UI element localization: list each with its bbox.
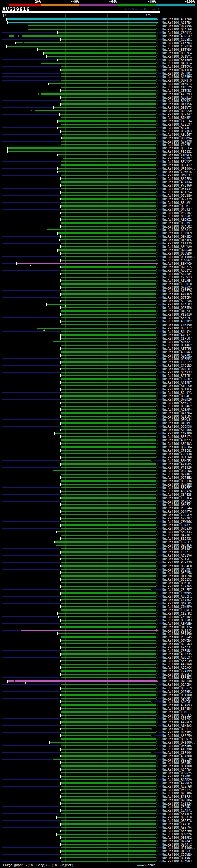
- hit-label[interactable]: UniRef100_Q45NI4: [162, 62, 192, 65]
- hit-label[interactable]: UniRef100_B5IIG0: [162, 456, 192, 459]
- hit-label[interactable]: UniRef100_Q04RT6: [162, 510, 192, 513]
- hit-label[interactable]: UniRef100_Q72RH7: [162, 473, 192, 476]
- hit-label[interactable]: UniRef100_B2UQ84: [162, 798, 192, 802]
- hit-label[interactable]: UniRef100_A6BZF1: [162, 595, 192, 598]
- hit-label[interactable]: UniRef100_B9D4L6: [162, 544, 192, 547]
- hit-label[interactable]: UniRef100_Q7Y096: [162, 24, 192, 28]
- hit-label[interactable]: UniRef100_B8GQD8: [162, 483, 192, 486]
- hit-label[interactable]: UniRef100_Q01987: [162, 547, 192, 551]
- hit-label[interactable]: UniRef100_A4J184: [162, 272, 192, 276]
- hit-label[interactable]: UniRef100_B9L5K3: [162, 642, 192, 646]
- hit-label[interactable]: UniRef100_B2TIR1: [162, 374, 192, 377]
- hit-label[interactable]: UniRef100_B6THR9: [162, 58, 192, 62]
- hit-label[interactable]: UniRef100_C9RU48: [162, 452, 192, 456]
- hit-label[interactable]: UniRef100_B0SC97: [162, 316, 192, 320]
- hit-label[interactable]: UniRef100_B4WI37: [162, 174, 192, 177]
- hit-label[interactable]: UniRef100_B7DSJ9: [162, 527, 192, 530]
- hit-label[interactable]: UniRef100_B7GH20: [162, 398, 192, 401]
- hit-label[interactable]: UniRef100_B1QZX7: [162, 309, 192, 313]
- hit-label[interactable]: UniRef100_B5LAV1: [162, 201, 192, 205]
- hit-label[interactable]: UniRef100_Q7NFH4: [162, 367, 192, 371]
- hit-label[interactable]: UniRef100_A7VWE9: [162, 781, 192, 785]
- hit-label[interactable]: UniRef100_Q2JL30: [162, 758, 192, 761]
- hit-label[interactable]: UniRef100_Q3AEQ2: [162, 225, 192, 228]
- hit-label[interactable]: UniRef100_C7NBP9: [162, 605, 192, 609]
- hit-label[interactable]: UniRef100_C3WM85: [162, 591, 192, 595]
- hit-label[interactable]: UniRef100_A7Z7B7: [162, 517, 192, 520]
- hit-label[interactable]: UniRef100_P12010: [162, 313, 192, 316]
- hit-label[interactable]: UniRef100_Q9FMT1: [162, 205, 192, 208]
- hit-label[interactable]: UniRef100_C6LEM7: [162, 588, 192, 591]
- hit-label[interactable]: UniRef100_B7FHQ1: [162, 72, 192, 75]
- hit-label[interactable]: UniRef100_Q6PY58: [162, 571, 192, 575]
- hit-label[interactable]: UniRef100_A2CAG6: [162, 666, 192, 670]
- hit-label[interactable]: UniRef100_UPI000..: [162, 741, 195, 744]
- hit-label[interactable]: UniRef100_B0A9M5: [162, 731, 192, 734]
- hit-label[interactable]: UniRef100_C1I929: [162, 242, 192, 245]
- hit-label[interactable]: UniRef100_C5D5L9: [162, 513, 192, 517]
- hit-label[interactable]: UniRef100_B5YEF7: [162, 486, 192, 490]
- hit-label[interactable]: UniRef100_B1J533: [162, 537, 192, 540]
- hit-label[interactable]: UniRef100_A7GXZ1: [162, 334, 192, 337]
- hit-label[interactable]: UniRef100_A4VKE9: [162, 720, 192, 724]
- hit-label[interactable]: UniRef100_A5IJL9: [162, 812, 192, 816]
- hit-label[interactable]: UniRef100_A8FFW4: [162, 768, 192, 771]
- hit-label[interactable]: UniRef100_B8I4G2: [162, 344, 192, 347]
- hit-label[interactable]: UniRef100_A9AZ31: [162, 646, 192, 649]
- hit-label[interactable]: UniRef100_A0YB00: [162, 754, 192, 758]
- hit-label[interactable]: UniRef100_A3IEM4: [162, 415, 192, 418]
- hit-label[interactable]: UniRef100_Q8RL84: [162, 445, 192, 449]
- hit-label[interactable]: UniRef100_A6TTR5: [162, 347, 192, 350]
- hit-label[interactable]: UniRef100_B1XJP6: [162, 238, 192, 242]
- hit-label[interactable]: UniRef100_Q3KF21: [162, 503, 192, 506]
- hit-label[interactable]: UniRef100_C7LW13: [162, 276, 192, 279]
- hit-label[interactable]: UniRef100_A7PYV3: [162, 92, 192, 96]
- hit-label[interactable]: UniRef100_C6RFL2: [162, 540, 192, 544]
- hit-label[interactable]: UniRef100_B4W324: [162, 99, 192, 102]
- hit-label[interactable]: UniRef100_A6QAZ6: [162, 490, 192, 493]
- hit-label[interactable]: UniRef100_P04173: [162, 788, 192, 792]
- hit-label[interactable]: UniRef100_A9KT81: [162, 700, 192, 704]
- hit-label[interactable]: UniRef100_UPI000..: [162, 693, 195, 697]
- hit-label[interactable]: UniRef100_Q2V379: [162, 197, 192, 201]
- hit-label[interactable]: UniRef100_A6Q2Y2: [162, 269, 192, 272]
- hit-label[interactable]: UniRef100_Q24XT2: [162, 843, 192, 846]
- hit-label[interactable]: UniRef100_Q30WD0: [162, 252, 192, 255]
- hit-label[interactable]: UniRef100_Q2SJD6: [162, 792, 192, 795]
- hit-label[interactable]: UniRef100_A5D4W3: [162, 442, 192, 445]
- hit-label[interactable]: UniRef100_A3IT54: [162, 191, 192, 194]
- hit-label[interactable]: UniRef100_C0N877: [162, 523, 192, 527]
- hit-label[interactable]: UniRef100_Q9SA14: [162, 228, 192, 231]
- hit-label[interactable]: UniRef100_Q4KF05: [162, 602, 192, 605]
- hit-label[interactable]: UniRef100_A8ETJ9: [162, 659, 192, 662]
- hit-label[interactable]: UniRef100_C5E3C4: [162, 496, 192, 500]
- hit-label[interactable]: UniRef100_Q8YXA2: [162, 113, 192, 116]
- hit-label[interactable]: UniRef100_Q5P1J6: [162, 479, 192, 483]
- hit-label[interactable]: UniRef100_C5AH71: [162, 809, 192, 812]
- hit-label[interactable]: UniRef100_Q88LE5: [162, 714, 192, 717]
- hit-label[interactable]: UniRef100_A5MZ73: [162, 438, 192, 442]
- hit-label[interactable]: UniRef100_C5UT22: [162, 361, 192, 364]
- hit-label[interactable]: UniRef100_P73960: [162, 184, 192, 187]
- hit-label[interactable]: UniRef100_A9RIX2: [162, 34, 192, 38]
- hit-label[interactable]: UniRef100_Q4C937: [162, 208, 192, 211]
- hit-label[interactable]: UniRef100_Q2JTN8: [162, 469, 192, 473]
- hit-label[interactable]: UniRef100_A8I7N4: [162, 21, 192, 24]
- hit-label[interactable]: UniRef100_A7NJG9: [162, 292, 192, 296]
- hit-label[interactable]: UniRef100_Q48K97: [162, 568, 192, 571]
- hit-label[interactable]: UniRef100_A4CUU6: [162, 428, 192, 432]
- hit-label[interactable]: UniRef100_Q5KWJ4: [162, 418, 192, 422]
- hit-label[interactable]: UniRef100_Q096Y5: [162, 771, 192, 775]
- hit-label[interactable]: UniRef100_B4X2H4: [162, 411, 192, 415]
- hit-label[interactable]: UniRef100_B8C2I2: [162, 327, 192, 330]
- hit-label[interactable]: UniRef100_A7TGM5: [162, 463, 192, 466]
- hit-label[interactable]: UniRef100_B0KF84: [162, 581, 192, 585]
- hit-label[interactable]: UniRef100_C8W662: [162, 259, 192, 262]
- hit-label[interactable]: UniRef100_C0UUN4: [162, 615, 192, 619]
- hit-label[interactable]: UniRef100_C6QKF3: [162, 609, 192, 612]
- hit-label[interactable]: UniRef100_A0RPQ1: [162, 354, 192, 357]
- hit-label[interactable]: UniRef100_C1SMM1: [162, 775, 192, 778]
- hit-label[interactable]: UniRef100_Q1G324: [162, 625, 192, 629]
- hit-label[interactable]: UniRef100_UPI000..: [162, 846, 195, 849]
- hit-label[interactable]: UniRef100_A1VAE4: [162, 279, 192, 282]
